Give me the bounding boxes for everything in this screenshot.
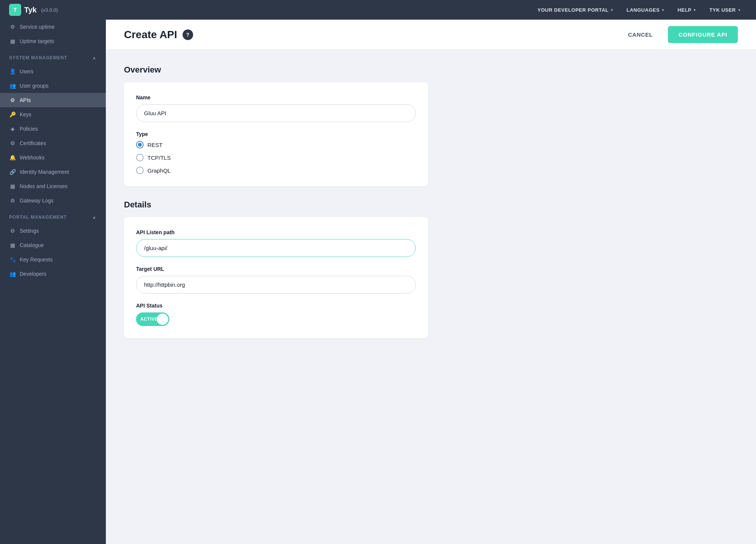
radio-tcp-tls[interactable]: TCP/TLS (136, 154, 416, 161)
users-icon: 👥 (9, 83, 16, 89)
api-icon: ⚙ (9, 97, 16, 103)
chevron-down-icon: ▾ (738, 8, 741, 12)
top-nav-items: YOUR DEVELOPER PORTAL ▾ LANGUAGES ▾ HELP… (531, 0, 747, 20)
page-title: Create API (124, 29, 177, 41)
page-body: Overview Name Type REST T (106, 50, 446, 367)
logo: T Tyk (v3.0.0) (9, 4, 58, 16)
sidebar-item-users[interactable]: 👤 Users (0, 64, 106, 79)
sidebar-item-nodes-and-licenses[interactable]: ▦ Nodes and Licenses (0, 179, 106, 193)
page-title-row: Create API ? (124, 29, 193, 41)
grid-icon: ▦ (9, 38, 16, 44)
sidebar-item-key-requests[interactable]: 🐾 Key Requests (0, 252, 106, 267)
sidebar: ⚙ Service uptime ▦ Uptime targets System… (0, 20, 106, 544)
main-layout: ⚙ Service uptime ▦ Uptime targets System… (0, 20, 756, 544)
identity-icon: 🔗 (9, 169, 16, 175)
api-status-field-group: API Status ACTIVE (136, 303, 416, 326)
toggle-active-label: ACTIVE (140, 317, 158, 322)
overview-card: Name Type REST TCP/TLS (124, 82, 428, 186)
policies-icon: ◈ (9, 126, 16, 132)
sidebar-item-settings[interactable]: ⚙ Settings (0, 224, 106, 238)
sidebar-item-certificates[interactable]: ⚙ Certificates (0, 136, 106, 150)
main-content: Create API ? CANCEL CONFIGURE API Overvi… (106, 20, 756, 544)
tyk-logo-icon: T (9, 4, 21, 16)
sidebar-item-keys[interactable]: 🔑 Keys (0, 107, 106, 122)
portal-management-header: Portal Management ▲ (0, 209, 106, 224)
page-header: Create API ? CANCEL CONFIGURE API (106, 20, 756, 50)
help-icon[interactable]: ? (183, 29, 193, 40)
api-status-toggle[interactable]: ACTIVE (136, 312, 169, 326)
radio-rest[interactable]: REST (136, 141, 416, 148)
nodes-icon: ▦ (9, 183, 16, 189)
settings-icon: ⚙ (9, 24, 16, 30)
sidebar-item-webhooks[interactable]: 🔔 Webhooks (0, 150, 106, 165)
top-nav: T Tyk (v3.0.0) YOUR DEVELOPER PORTAL ▾ L… (0, 0, 756, 20)
sidebar-item-apis[interactable]: ⚙ APIs (0, 93, 106, 107)
radio-graphql[interactable]: GraphQL (136, 167, 416, 174)
nav-developer-portal[interactable]: YOUR DEVELOPER PORTAL ▾ (531, 0, 620, 20)
sidebar-item-service-uptime[interactable]: ⚙ Service uptime (0, 20, 106, 34)
radio-graphql-circle (136, 167, 144, 174)
details-section-title: Details (124, 200, 428, 210)
details-card: API Listen path Target URL API Status AC… (124, 217, 428, 338)
api-status-label: API Status (136, 303, 416, 309)
name-field-group: Name (136, 94, 416, 122)
listen-path-field-group: API Listen path (136, 229, 416, 257)
name-label: Name (136, 94, 416, 100)
sidebar-item-user-groups[interactable]: 👥 User groups (0, 79, 106, 93)
type-label: Type (136, 131, 416, 137)
sidebar-item-policies[interactable]: ◈ Policies (0, 122, 106, 136)
chevron-up-icon: ▲ (92, 55, 97, 60)
name-input[interactable] (136, 104, 416, 122)
nav-languages[interactable]: LANGUAGES ▾ (620, 0, 671, 20)
catalogue-icon: ▦ (9, 242, 16, 248)
app-version: (v3.0.0) (41, 7, 58, 13)
sidebar-item-uptime-targets[interactable]: ▦ Uptime targets (0, 34, 106, 48)
radio-tcp-tls-circle (136, 154, 144, 161)
configure-api-button[interactable]: CONFIGURE API (668, 26, 738, 43)
system-management-header: System Management ▲ (0, 50, 106, 64)
sidebar-item-gateway-logs[interactable]: ⚙ Gateway Logs (0, 193, 106, 208)
toggle-thumb (157, 314, 168, 325)
logo-text: Tyk (24, 6, 37, 14)
sidebar-item-developers[interactable]: 👥 Developers (0, 267, 106, 281)
type-field-group: Type REST TCP/TLS GraphQL (136, 131, 416, 174)
radio-rest-circle (136, 141, 144, 148)
certificate-icon: ⚙ (9, 140, 16, 146)
cancel-button[interactable]: CANCEL (622, 28, 659, 42)
bell-icon: 🔔 (9, 155, 16, 161)
chevron-down-icon: ▾ (662, 8, 664, 12)
target-url-label: Target URL (136, 266, 416, 272)
settings-icon: ⚙ (9, 228, 16, 234)
logs-icon: ⚙ (9, 198, 16, 204)
overview-section-title: Overview (124, 65, 428, 75)
chevron-up-icon: ▲ (92, 215, 97, 220)
listen-path-label: API Listen path (136, 229, 416, 235)
key-icon: 🔑 (9, 111, 16, 117)
key-requests-icon: 🐾 (9, 257, 16, 263)
type-radio-group: REST TCP/TLS GraphQL (136, 141, 416, 174)
user-icon: 👤 (9, 68, 16, 74)
target-url-input[interactable] (136, 276, 416, 294)
api-status-toggle-row: ACTIVE (136, 312, 416, 326)
sidebar-item-catalogue[interactable]: ▦ Catalogue (0, 238, 106, 252)
chevron-down-icon: ▾ (611, 8, 613, 12)
page-actions: CANCEL CONFIGURE API (622, 26, 738, 43)
listen-path-input[interactable] (136, 239, 416, 257)
nav-help[interactable]: HELP ▾ (671, 0, 703, 20)
target-url-field-group: Target URL (136, 266, 416, 294)
sidebar-item-identity-management[interactable]: 🔗 Identity Management (0, 165, 106, 179)
chevron-down-icon: ▾ (694, 8, 696, 12)
nav-tyk-user[interactable]: TYK USER ▾ (703, 0, 747, 20)
developers-icon: 👥 (9, 271, 16, 277)
